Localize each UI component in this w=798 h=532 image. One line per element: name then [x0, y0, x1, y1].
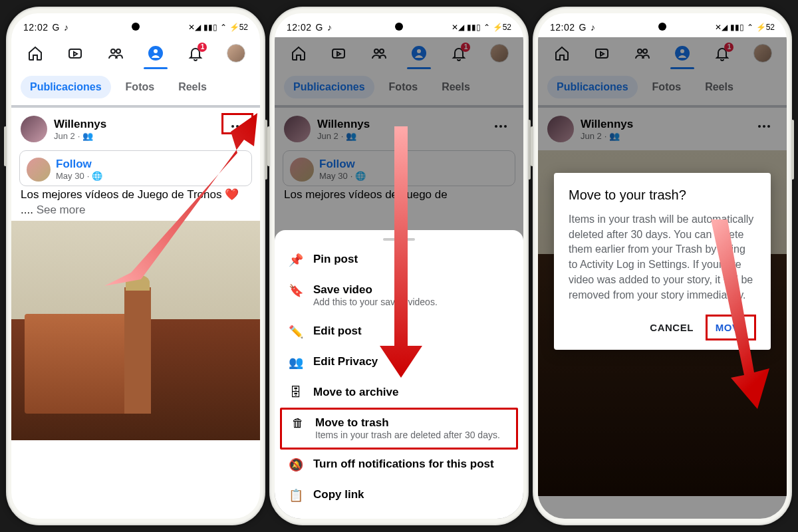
svg-point-4: [154, 49, 158, 53]
friends-icon[interactable]: [106, 44, 125, 63]
shared-avatar: [27, 158, 51, 182]
menu-save[interactable]: 🔖Save videoAdd this to your saved videos…: [275, 275, 523, 317]
public-icon: 🌐: [92, 171, 102, 181]
clock: 12:02: [23, 22, 49, 33]
copy-icon: 📋: [288, 488, 304, 503]
svg-point-2: [116, 49, 120, 53]
camera-hole: [658, 23, 666, 31]
menu-pin[interactable]: 📌Pin post: [275, 245, 523, 275]
menu-notifications-off[interactable]: 🔕Turn off notifications for this post: [275, 450, 523, 480]
pencil-icon: ✏️: [288, 325, 304, 339]
menu-privacy[interactable]: 👥Edit Privacy: [275, 347, 523, 378]
wifi-icon: ⌃: [483, 23, 490, 32]
notifications-icon[interactable]: 1: [186, 44, 205, 63]
tab-posts[interactable]: Publicaciones: [21, 76, 111, 98]
battery-icon: ⚡52: [229, 23, 248, 32]
camera-hole: [132, 23, 140, 31]
video-thumbnail[interactable]: [11, 221, 260, 440]
notification-badge: 1: [198, 43, 207, 52]
vibrate-icon: ✕◢: [188, 23, 201, 32]
archive-icon: 🗄: [288, 386, 304, 400]
author-avatar[interactable]: [21, 116, 47, 142]
clock: 12:02: [550, 22, 575, 33]
privacy-icon: 👥: [288, 355, 304, 370]
move-button[interactable]: MOVE: [706, 315, 756, 340]
watch-icon[interactable]: [66, 44, 84, 63]
phone-2: 12:02 G ♪ ✕◢ ▮▮▯ ⌃ ⚡52 1 Publicaciones F…: [269, 7, 529, 525]
music-icon: ♪: [64, 22, 69, 33]
author-name[interactable]: Willennys: [54, 118, 106, 131]
audience-icon: 👥: [82, 131, 93, 141]
post-date: Jun 2: [54, 131, 75, 141]
post-header: Willennys Jun 2 · 👥: [11, 108, 260, 146]
menu-copy-link[interactable]: 📋Copy link: [275, 480, 523, 511]
screen-3: 12:02 G ♪ ✕◢▮▮▯⌃ ⚡52 1 Publicaciones Fot…: [538, 13, 787, 519]
shared-card[interactable]: Follow May 30 · 🌐: [19, 150, 252, 186]
battery-icon: ⚡52: [493, 23, 511, 32]
tab-reels[interactable]: Reels: [169, 76, 216, 98]
svg-point-1: [111, 49, 115, 53]
see-more[interactable]: See more: [37, 203, 86, 216]
phone-3: 12:02 G ♪ ✕◢▮▮▯⌃ ⚡52 1 Publicaciones Fot…: [533, 7, 792, 525]
vibrate-icon: ✕◢: [452, 23, 464, 32]
phone-1: 12:02 G ♪ ✕◢ ▮▮▯ ⌃ ⚡52 1 Publicaciones F…: [6, 7, 265, 525]
signal-icon: ▮▮▯: [467, 23, 481, 32]
dialog-body: Items in your trash will be automaticall…: [569, 212, 756, 303]
cancel-button[interactable]: CANCEL: [642, 317, 702, 338]
pin-icon: 📌: [288, 253, 304, 267]
tab-photos[interactable]: Fotos: [116, 76, 164, 98]
status-g: G: [53, 22, 60, 33]
status-g: G: [316, 22, 323, 33]
shared-date: May 30: [56, 171, 84, 181]
post-text: Los mejores vídeos de Juego de Tronos ❤️…: [11, 186, 260, 221]
sheet-handle[interactable]: [383, 238, 415, 241]
svg-rect-0: [69, 49, 81, 58]
camera-hole: [395, 23, 403, 31]
screen-2: 12:02 G ♪ ✕◢ ▮▮▯ ⌃ ⚡52 1 Publicaciones F…: [275, 13, 523, 519]
follow-link[interactable]: Follow: [56, 158, 102, 171]
wifi-icon: ⌃: [220, 23, 227, 32]
menu-archive[interactable]: 🗄Move to archive: [275, 378, 523, 408]
menu-trash[interactable]: 🗑Move to trashItems in your trash are de…: [280, 408, 518, 450]
post-more-button[interactable]: [227, 118, 248, 134]
bell-off-icon: 🔕: [288, 458, 304, 472]
clock: 12:02: [287, 22, 312, 33]
screen-1: 12:02 G ♪ ✕◢ ▮▮▯ ⌃ ⚡52 1 Publicaciones F…: [11, 13, 260, 519]
trash-icon: 🗑: [290, 416, 306, 430]
bottom-sheet: 📌Pin post 🔖Save videoAdd this to your sa…: [275, 230, 523, 519]
music-icon: ♪: [327, 22, 332, 33]
profile-icon[interactable]: [146, 44, 165, 63]
signal-icon: ▮▮▯: [203, 23, 217, 32]
dialog-title: Move to your trash?: [569, 188, 756, 203]
menu-avatar[interactable]: [227, 44, 245, 63]
menu-edit[interactable]: ✏️Edit post: [275, 317, 523, 347]
confirm-dialog: Move to your trash? Items in your trash …: [554, 173, 771, 350]
bookmark-icon: 🔖: [288, 283, 304, 298]
home-icon[interactable]: [26, 44, 45, 63]
profile-tabs: Publicaciones Fotos Reels: [11, 69, 260, 105]
top-nav: 1: [11, 37, 260, 69]
